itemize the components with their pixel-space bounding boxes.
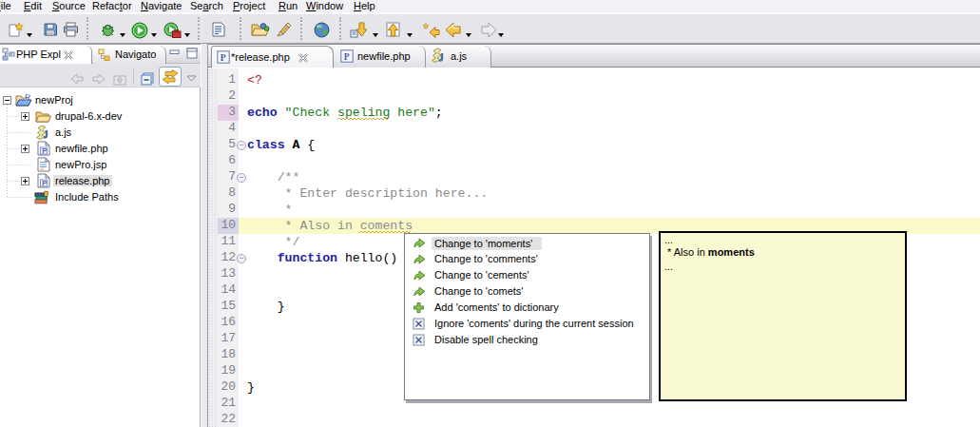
svg-text:P: P — [344, 52, 350, 62]
svg-text:P: P — [25, 92, 30, 102]
svg-text:P: P — [42, 179, 47, 187]
svg-text:P: P — [221, 53, 226, 63]
svg-text:P: P — [42, 146, 47, 155]
